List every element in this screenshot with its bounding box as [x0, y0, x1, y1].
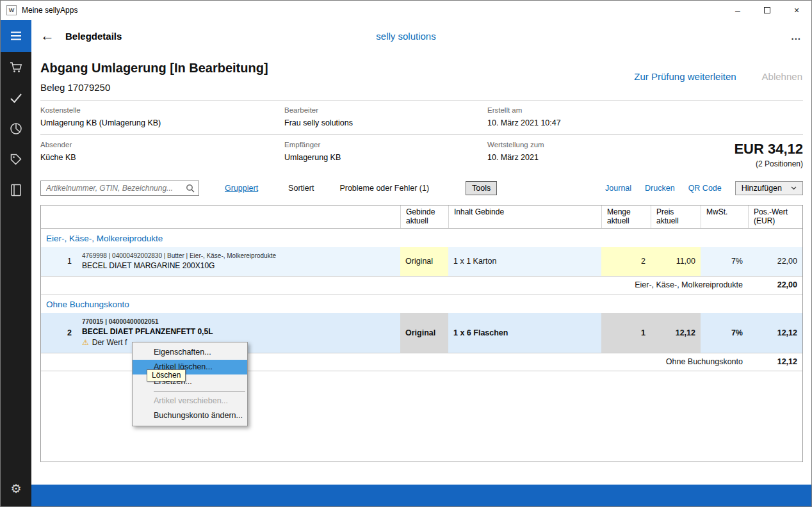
- field-value: Küche KB: [40, 153, 284, 162]
- reject-button[interactable]: Ablehnen: [762, 71, 802, 82]
- field-label: Kostenstelle: [40, 106, 284, 114]
- menu-item-eigenschaften[interactable]: Eigenschaften...: [133, 345, 247, 360]
- document-header: Abgang Umlagerung [In Bearbeitung] Beleg…: [40, 52, 803, 93]
- window-controls: – ×: [723, 1, 811, 20]
- sidebar-item-approvals[interactable]: [1, 83, 31, 113]
- field-kostenstelle: Kostenstelle Umlagerung KB (Umlagerung K…: [40, 106, 284, 127]
- gebinde-cell[interactable]: Original: [400, 247, 448, 276]
- row-number: 1: [41, 247, 77, 276]
- close-button[interactable]: ×: [782, 1, 811, 20]
- document-title: Abgang Umlagerung [In Bearbeitung]: [40, 61, 268, 76]
- gear-icon: ⚙: [10, 481, 21, 496]
- preis-cell[interactable]: 11,00: [651, 247, 701, 276]
- app-icon: W: [6, 5, 17, 15]
- sidebar-item-reports[interactable]: [1, 113, 31, 144]
- minimize-button[interactable]: –: [723, 1, 752, 20]
- sidebar-item-catalog[interactable]: [1, 175, 31, 205]
- toolbar-right: Journal Drucken QR Code Hinzufügen: [605, 181, 803, 195]
- menge-cell[interactable]: 1: [601, 313, 651, 353]
- sorted-toggle[interactable]: Sortiert: [288, 184, 314, 193]
- subtotal-label: Eier-, Käse-, Molkereiprodukte: [41, 277, 748, 294]
- context-menu: Eigenschaften... Artikel löschen... Erse…: [132, 342, 248, 426]
- table-header-row: Gebinde aktuell Inhalt Gebinde Menge akt…: [41, 205, 802, 229]
- tools-button[interactable]: Tools: [466, 181, 497, 195]
- search-icon[interactable]: [186, 184, 195, 193]
- article-meta: 770015 | 04000400002051: [82, 318, 395, 325]
- sidebar-item-cart[interactable]: [1, 52, 31, 83]
- field-label: Empfänger: [284, 141, 487, 149]
- document-total: EUR 34,12 (2 Positionen): [632, 141, 803, 168]
- window-titlebar: W Meine sellyApps – ×: [1, 1, 811, 20]
- back-button[interactable]: ←: [40, 29, 54, 43]
- maximize-icon: [764, 7, 770, 13]
- search-box: [40, 181, 199, 196]
- table-row[interactable]: 1 4769998 | 04000492002830 | Butter | Ei…: [41, 247, 802, 276]
- window-title: Meine sellyApps: [22, 6, 77, 15]
- app-header: ← Belegdetails selly solutions ...: [1, 20, 811, 52]
- brand-text: selly solutions: [376, 31, 435, 42]
- subtotal-value: 12,12: [748, 353, 802, 371]
- meta-row-1: Kostenstelle Umlagerung KB (Umlagerung K…: [40, 101, 803, 134]
- menu-item-buchungskonto-aendern[interactable]: Buchungskonto ändern...: [133, 408, 247, 423]
- field-wertstellung: Wertstellung zum 10. März 2021: [487, 141, 632, 168]
- field-label: Absender: [40, 141, 284, 149]
- field-value: Umlagerung KB (Umlagerung KB): [40, 118, 284, 127]
- search-input[interactable]: [45, 183, 186, 193]
- document-number: Beleg 17079250: [40, 82, 268, 93]
- field-absender: Absender Küche KB: [40, 141, 284, 168]
- group-header: Ohne Buchungskonto: [41, 294, 802, 313]
- forward-for-review-button[interactable]: Zur Prüfung weiterleiten: [634, 71, 736, 82]
- field-erstellt-am: Erstellt am 10. März 2021 10:47: [487, 106, 803, 127]
- preis-cell[interactable]: 12,12: [651, 313, 701, 353]
- tooltip: Löschen: [147, 369, 186, 382]
- subtotal-value: 22,00: [748, 277, 802, 294]
- col-inhalt: Inhalt Gebinde: [448, 205, 601, 228]
- col-number: [41, 205, 77, 228]
- field-value: Frau selly solutions: [284, 118, 487, 127]
- col-menge: Menge aktuell: [601, 205, 651, 228]
- document-titles: Abgang Umlagerung [In Bearbeitung] Beleg…: [40, 60, 268, 93]
- row-number: 2: [41, 313, 77, 353]
- col-mwst: MwSt.: [701, 205, 748, 228]
- inhalt-cell: 1 x 1 Karton: [448, 247, 601, 276]
- total-amount: EUR 34,12: [632, 141, 803, 157]
- col-gebinde: Gebinde aktuell: [400, 205, 448, 228]
- col-preis: Preis aktuell: [651, 205, 701, 228]
- maximize-button[interactable]: [752, 1, 782, 20]
- app-window: W Meine sellyApps – × ← Belegdetails sel…: [0, 0, 812, 507]
- field-bearbeiter: Bearbeiter Frau selly solutions: [284, 106, 487, 127]
- article-name: BECEL DIAET PFLANZENFETT 0,5L: [82, 327, 395, 336]
- sidebar: ⚙: [1, 52, 31, 506]
- sidebar-item-prices[interactable]: [1, 144, 31, 175]
- chevron-down-icon: [791, 186, 797, 190]
- sidebar-item-settings[interactable]: ⚙: [1, 473, 31, 504]
- add-button[interactable]: Hinzufügen: [735, 181, 803, 195]
- article-name: BECEL DIAET MARGARINE 200X10G: [82, 261, 395, 270]
- check-icon: [9, 91, 23, 105]
- document-actions: Zur Prüfung weiterleiten Ablehnen: [634, 71, 803, 82]
- qr-code-link[interactable]: QR Code: [688, 184, 722, 193]
- menu-item-artikel-verschieben: Artikel verschieben...: [133, 394, 247, 408]
- add-button-label: Hinzufügen: [742, 184, 782, 193]
- mwst-cell: 7%: [701, 247, 748, 276]
- journal-link[interactable]: Journal: [605, 184, 631, 193]
- grouped-toggle[interactable]: Gruppiert: [225, 184, 258, 193]
- problems-filter[interactable]: Probleme oder Fehler (1): [339, 184, 429, 193]
- poswert-cell: 22,00: [748, 247, 802, 276]
- poswert-cell: 12,12: [748, 313, 802, 353]
- col-poswert: Pos.-Wert (EUR): [748, 205, 802, 228]
- group-subtotal-row: Eier-, Käse-, Molkereiprodukte 22,00: [41, 276, 802, 294]
- menge-cell[interactable]: 2: [601, 247, 651, 276]
- gebinde-cell[interactable]: Original: [400, 313, 448, 353]
- field-label: Erstellt am: [487, 106, 803, 114]
- bottom-bar: [31, 485, 811, 506]
- mwst-cell: 7%: [701, 313, 748, 353]
- menu-button[interactable]: [1, 20, 31, 52]
- warning-icon: ⚠: [82, 338, 89, 347]
- article-meta: 4769998 | 04000492002830 | Butter | Eier…: [82, 252, 395, 259]
- cart-icon: [9, 60, 23, 74]
- print-link[interactable]: Drucken: [645, 184, 675, 193]
- meta-row-2: Absender Küche KB Empfänger Umlagerung K…: [40, 135, 803, 171]
- more-button[interactable]: ...: [791, 31, 801, 42]
- field-value: 10. März 2021: [487, 153, 632, 162]
